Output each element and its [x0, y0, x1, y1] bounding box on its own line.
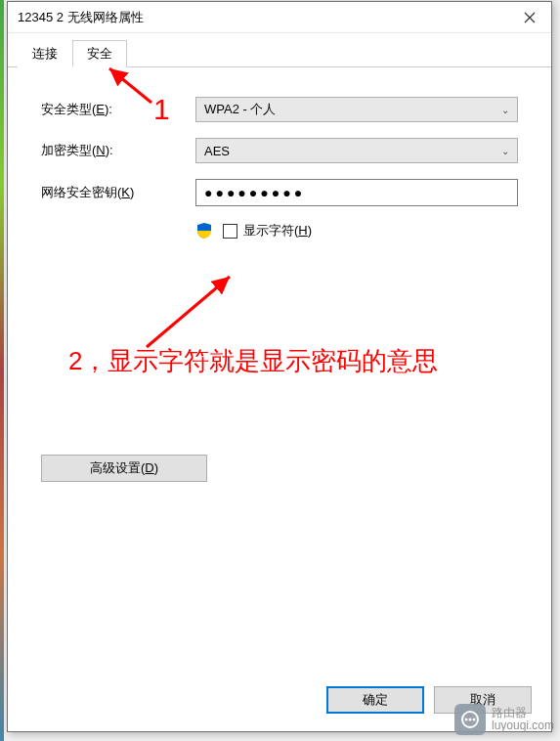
network-key-label: 网络安全密钥(K) [41, 184, 195, 201]
ok-button[interactable]: 确定 [326, 686, 424, 714]
security-type-value: WPA2 - 个人 [204, 101, 276, 118]
svg-point-4 [468, 719, 471, 721]
network-key-value: ●●●●●●●●● [204, 185, 305, 200]
chevron-down-icon: ⌄ [501, 105, 509, 115]
advanced-settings-button[interactable]: 高级设置(D) [41, 455, 207, 482]
show-characters-checkbox[interactable] [223, 224, 237, 239]
svg-point-5 [472, 719, 475, 721]
background-strip [0, 0, 4, 741]
watermark-icon [454, 704, 486, 735]
encryption-type-label: 加密类型(N): [41, 142, 195, 159]
watermark: 路由器 luyouqi.com [454, 704, 554, 735]
close-icon [524, 12, 536, 23]
encryption-type-value: AES [204, 144, 230, 158]
uac-shield-icon [195, 222, 213, 240]
encryption-type-select[interactable]: AES ⌄ [195, 138, 518, 163]
watermark-text: 路由器 luyouqi.com [492, 707, 554, 732]
close-button[interactable] [507, 2, 551, 33]
network-key-input[interactable]: ●●●●●●●●● [195, 179, 518, 206]
advanced-settings-label: 高级设置(D) [90, 459, 158, 477]
svg-point-3 [464, 719, 467, 721]
security-type-label: 安全类型(E): [41, 101, 195, 118]
window-title: 12345 2 无线网络属性 [18, 9, 144, 26]
chevron-down-icon: ⌄ [501, 146, 509, 156]
tab-content: 安全类型(E): WPA2 - 个人 ⌄ 加密类型(N): AES ⌄ 网络安全… [8, 67, 551, 492]
tab-security[interactable]: 安全 [72, 40, 127, 67]
dialog-window: 12345 2 无线网络属性 连接 安全 安全类型(E): WPA2 - 个人 … [7, 1, 552, 732]
titlebar: 12345 2 无线网络属性 [8, 2, 551, 33]
show-characters-label: 显示字符(H) [243, 222, 312, 240]
tab-connection[interactable]: 连接 [18, 40, 72, 67]
security-type-select[interactable]: WPA2 - 个人 ⌄ [195, 97, 518, 122]
tab-bar: 连接 安全 [8, 39, 551, 67]
